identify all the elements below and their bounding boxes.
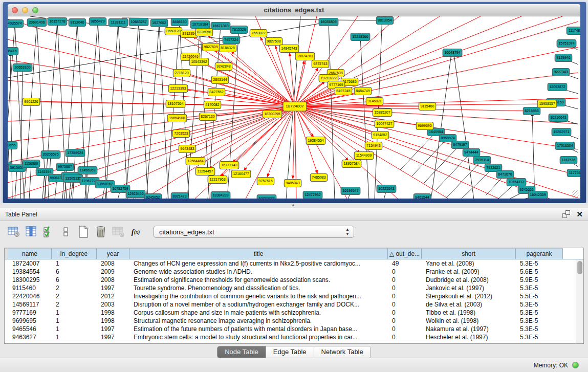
cell-short[interactable]: Wolkin et al. (1998) <box>422 317 516 325</box>
cell-title[interactable]: Embryonic stem cells: a model to study s… <box>129 333 388 341</box>
show-column-icon[interactable] <box>25 225 38 238</box>
cell-year[interactable]: 2003 <box>97 300 129 309</box>
cell-in_degree[interactable]: 2 <box>52 284 97 292</box>
cell-title[interactable]: Disruption of a novel member of a sodium… <box>129 300 388 309</box>
vertical-scrollbar[interactable] <box>576 259 583 343</box>
column-header-year[interactable]: year <box>97 248 129 259</box>
cell-name[interactable]: 19384554 <box>8 268 52 276</box>
cell-in_degree[interactable]: 1 <box>52 317 97 325</box>
cell-year[interactable]: 2009 <box>97 268 129 276</box>
tab-node-table[interactable]: Node Table <box>217 346 266 358</box>
float-panel-icon[interactable] <box>562 210 570 218</box>
close-panel-icon[interactable]: ✕ <box>576 210 583 218</box>
table-row[interactable]: 969969511998Structural magnetic resonanc… <box>5 317 575 325</box>
cell-title[interactable]: Structural magnetic resonance image aver… <box>129 317 388 325</box>
cell-in_degree[interactable]: 6 <box>52 268 97 276</box>
cell-pagerank[interactable]: 5.3E-5 <box>516 333 563 341</box>
cell-name[interactable]: 9465546 <box>8 325 52 333</box>
tab-edge-table[interactable]: Edge Table <box>266 346 314 358</box>
cell-short[interactable]: Stergiakouli et al. (2012) <box>422 292 516 300</box>
table-row[interactable]: 911546021997Tourette syndrome. Phenomeno… <box>5 284 575 292</box>
cell-in_degree[interactable]: 1 <box>52 333 97 341</box>
cell-name[interactable]: 14569117 <box>8 300 52 309</box>
network-canvas[interactable]: 4035574206914061615727881130469856479113… <box>8 16 580 199</box>
cell-title[interactable]: Changes of HCN gene expression and I(f) … <box>129 259 388 268</box>
cell-title[interactable]: Genome-wide association studies in ADHD. <box>129 268 388 276</box>
cell-out_degree[interactable]: 49 <box>388 259 422 268</box>
cell-pagerank[interactable]: 5.3E-5 <box>516 259 563 268</box>
cell-title[interactable]: Corpus callosum shape and size in male p… <box>129 309 388 317</box>
table-row[interactable]: 1872400712008Changes of HCN gene express… <box>5 259 575 268</box>
cell-out_degree[interactable]: 0 <box>388 317 422 325</box>
create-column-icon[interactable] <box>77 225 90 238</box>
scrollbar-thumb[interactable] <box>577 261 582 274</box>
table-row[interactable]: 1938455462009Genome-wide association stu… <box>5 268 575 276</box>
table-row[interactable]: 1830029562008Estimation of significance … <box>5 276 575 284</box>
cell-name[interactable]: 22420046 <box>8 292 52 300</box>
horizontal-splitter[interactable]: ▲ <box>0 203 588 208</box>
cell-out_degree[interactable]: 0 <box>388 309 422 317</box>
cell-in_degree[interactable]: 6 <box>52 276 97 284</box>
cell-year[interactable]: 2008 <box>97 259 129 268</box>
cell-year[interactable]: 2008 <box>97 276 129 284</box>
cell-out_degree[interactable]: 0 <box>388 300 422 309</box>
row-height-icon[interactable] <box>59 225 73 238</box>
tab-network-table[interactable]: Network Table <box>314 346 371 358</box>
cell-title[interactable]: Estimation of significance thresholds fo… <box>129 276 388 284</box>
cell-year[interactable]: 2012 <box>97 292 129 300</box>
cell-pagerank[interactable]: 5.3E-5 <box>516 284 563 292</box>
network-window-titlebar[interactable]: citations_edges.txt <box>8 4 580 16</box>
table-selector-dropdown[interactable]: citations_edges.txt ▲▼ <box>154 226 354 238</box>
cell-year[interactable]: 1997 <box>97 333 129 341</box>
memory-ok-indicator-icon[interactable] <box>572 362 579 368</box>
cell-short[interactable]: de Silva et al. (2003) <box>422 300 516 309</box>
cell-short[interactable]: Franke et al. (2009) <box>422 268 516 276</box>
cell-year[interactable]: 1998 <box>97 309 129 317</box>
splitter-handle-icon[interactable]: ▲ <box>291 203 296 207</box>
cell-short[interactable]: Yano et al. (2008) <box>422 259 516 268</box>
column-header-in_degree[interactable]: in_degree <box>52 248 97 259</box>
cell-pagerank[interactable]: 5.3E-5 <box>516 325 563 333</box>
column-header-short[interactable]: short <box>422 248 516 259</box>
cell-out_degree[interactable]: 0 <box>388 292 422 300</box>
cell-short[interactable]: Tibbo et al. (1998) <box>422 309 516 317</box>
cell-title[interactable]: Estimation of the future numbers of pati… <box>129 325 388 333</box>
cell-in_degree[interactable]: 1 <box>52 325 97 333</box>
cell-title[interactable]: Tourette syndrome. Phenomenology and cla… <box>129 284 388 292</box>
table-mode-icon[interactable] <box>7 225 20 238</box>
cell-in_degree[interactable]: 2 <box>52 292 97 300</box>
cell-name[interactable]: 9777169 <box>8 309 52 317</box>
column-header-title[interactable]: title <box>129 248 388 259</box>
cell-pagerank[interactable]: 5.9E-5 <box>516 276 563 284</box>
cell-pagerank[interactable]: 5.3E-5 <box>516 317 563 325</box>
table-row[interactable]: 977716911998Corpus callosum shape and si… <box>5 309 575 317</box>
cell-year[interactable]: 1998 <box>97 317 129 325</box>
cell-out_degree[interactable]: 0 <box>388 284 422 292</box>
cell-pagerank[interactable]: 5.5E-5 <box>516 292 563 300</box>
cell-short[interactable]: Hescheler et al. (1997) <box>422 333 516 341</box>
cell-out_degree[interactable]: 0 <box>388 333 422 341</box>
column-header-name[interactable]: name <box>8 248 52 259</box>
cell-in_degree[interactable]: 1 <box>52 259 97 268</box>
resize-grip-icon[interactable] <box>572 190 579 198</box>
cell-year[interactable]: 1997 <box>97 284 129 292</box>
cell-out_degree[interactable]: 0 <box>388 268 422 276</box>
cell-out_degree[interactable]: 0 <box>388 325 422 333</box>
cell-name[interactable]: 9463627 <box>8 333 52 341</box>
cell-short[interactable]: Dudbridge et al. (2008) <box>422 276 516 284</box>
select-columns-icon[interactable] <box>42 225 55 238</box>
cell-name[interactable]: 18724007 <box>8 259 52 268</box>
cell-name[interactable]: 18300295 <box>8 276 52 284</box>
cell-name[interactable]: 9699695 <box>8 317 52 325</box>
cell-name[interactable]: 9115460 <box>8 284 52 292</box>
table-row[interactable]: 946362711997Embryonic stem cells: a mode… <box>5 333 575 341</box>
cell-year[interactable]: 1997 <box>97 325 129 333</box>
cell-short[interactable]: Nakamura et al. (1997) <box>422 325 516 333</box>
network-graph[interactable]: 4035574206914061615727881130469856479113… <box>8 16 580 199</box>
cell-short[interactable]: Jankovic et al. (1997) <box>422 284 516 292</box>
cell-title[interactable]: Investigating the contribution of common… <box>129 292 388 300</box>
cell-pagerank[interactable]: 5.3E-5 <box>516 309 563 317</box>
cell-pagerank[interactable]: 5.6E-5 <box>516 268 563 276</box>
table-row[interactable]: 2242004622012Investigating the contribut… <box>5 292 575 300</box>
function-builder-icon[interactable]: f(x) <box>129 225 142 238</box>
